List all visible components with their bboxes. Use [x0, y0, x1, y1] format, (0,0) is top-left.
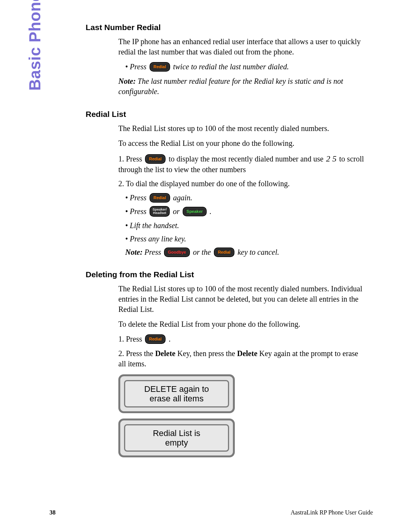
sec2-note: Note: Press Goodbye or the Redial key to… [125, 247, 367, 258]
side-tab-text: Basic Phone Features [26, 0, 44, 91]
sec1-intro: The IP phone has an enhanced redial user… [118, 37, 367, 57]
page-number: 38 [49, 509, 56, 516]
sec2-sub3: • Lift the handset. [125, 220, 367, 231]
sec3-s2d: Delete [237, 349, 257, 358]
sec2-sub2a: Press [130, 207, 148, 216]
sec3-s1a: 1. Press [118, 335, 144, 343]
sec2-note-c: key to cancel. [236, 248, 279, 256]
sec2-step1: 1. Press Redial to display the most rece… [118, 153, 367, 175]
sec2-step2: 2. To dial the displayed number do one o… [118, 179, 367, 189]
sec3-s2a: 2. Press the [118, 349, 155, 358]
page-content: Last Number Redial The IP phone has an e… [86, 23, 367, 469]
speaker-button-icon: Speaker [183, 207, 207, 216]
sec2-s1b: to display the most recently dialed numb… [167, 155, 325, 163]
sec2-sub2: • Press Speaker/Headset or Speaker . [125, 206, 367, 217]
goodbye-button-icon: Goodbye [164, 248, 190, 257]
sec1-note-label: Note: [118, 77, 136, 85]
sec2-sub4: • Press any line key. [125, 234, 367, 244]
redial-button-icon: Redial [214, 248, 234, 257]
phone-screens: DELETE again to erase all items Redial L… [118, 374, 367, 457]
sec3-step1: 1. Press Redial . [118, 334, 367, 345]
redial-button-icon: Redial [150, 62, 170, 72]
scroll-keys-icon: 2 5 [325, 154, 338, 163]
phone-screen-2: Redial List is empty [118, 419, 235, 457]
phone-screen-1-inner: DELETE again to erase all items [124, 380, 229, 407]
sec3-p2: To delete the Redial List from your phon… [118, 319, 367, 329]
screen1-line1: DELETE again to [144, 384, 209, 394]
redial-button-icon: Redial [145, 154, 166, 164]
screen1-line2: erase all items [150, 394, 204, 403]
sec1-b1a: Press [130, 62, 148, 71]
screen2-line1: Redial List is [153, 428, 201, 438]
redial-button-icon: Redial [150, 193, 170, 203]
sec2-sub1: • Press Redial again. [125, 193, 367, 203]
speaker-headset-button-icon: Speaker/Headset [150, 206, 170, 217]
redial-button-icon: Redial [145, 334, 166, 344]
side-tab-label: Basic Phone Features [26, 0, 44, 91]
sec3-s1b: . [167, 335, 170, 343]
screen2-line2: empty [165, 438, 188, 447]
sec2-sub1a: Press [130, 193, 148, 202]
sec2-note-b: or the [191, 248, 213, 256]
heading-redial-list: Redial List [86, 110, 367, 119]
page-footer: 38 AastraLink RP Phone User Guide [49, 509, 373, 516]
sec2-sub1b: again. [171, 193, 193, 202]
heading-last-number-redial: Last Number Redial [86, 23, 367, 32]
sec2-note-label: Note: [125, 248, 143, 256]
sec3-step2: 2. Press the Delete Key, then press the … [118, 348, 367, 369]
sec3-s2c: Key, then press the [175, 349, 237, 358]
phone-screen-1: DELETE again to erase all items [118, 374, 235, 413]
sec1-bullet: • Press Redial twice to redial the last … [125, 62, 367, 72]
phone-screen-2-inner: Redial List is empty [124, 424, 229, 452]
sec3-s2b: Delete [155, 349, 175, 358]
sec2-note-a: Press [143, 248, 163, 256]
sec1-b1b: twice to redial the last number dialed. [171, 62, 289, 71]
sec2-p1: The Redial List stores up to 100 of the … [118, 123, 367, 134]
heading-deleting-redial-list: Deleting from the Redial List [86, 270, 367, 279]
sec2-sub2b: or [171, 207, 182, 216]
sec1-note: Note: The last number redial feature for… [118, 76, 367, 97]
sec1-note-text: The last number redial feature for the R… [118, 77, 343, 96]
sec2-p2: To access the Redial List on your phone … [118, 138, 367, 149]
sec2-s1a: 1. Press [118, 155, 144, 163]
sec2-sub2c: . [208, 207, 212, 216]
sec3-p1: The Redial List stores up to 100 of the … [118, 284, 367, 315]
guide-title: AastraLink RP Phone User Guide [291, 509, 373, 516]
